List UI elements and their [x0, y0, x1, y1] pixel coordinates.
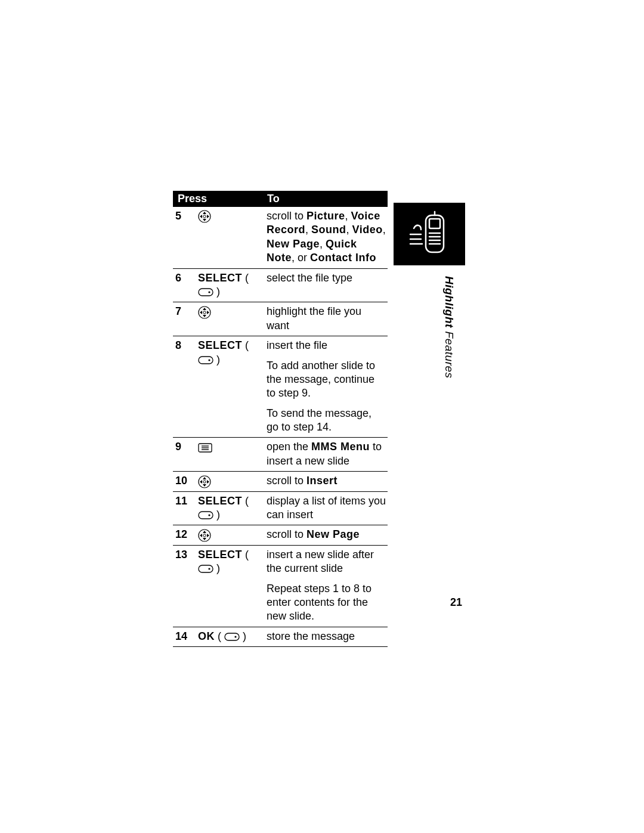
nav-key-icon — [198, 306, 211, 319]
section-label: Highlight Features — [442, 276, 456, 379]
svg-rect-20 — [225, 633, 239, 640]
header-to: To — [267, 193, 383, 205]
press-cell: OK ( ) — [196, 627, 264, 646]
svg-point-3 — [208, 292, 210, 293]
step-number: 6 — [173, 268, 196, 302]
svg-point-7 — [208, 359, 210, 361]
press-cell — [196, 302, 264, 336]
soft-key-icon — [198, 356, 213, 364]
svg-rect-18 — [199, 565, 213, 572]
soft-key-icon — [198, 288, 213, 296]
svg-point-15 — [208, 515, 210, 516]
soft-key-icon — [198, 511, 213, 519]
step-number: 13 — [173, 545, 196, 627]
step-number: 14 — [173, 627, 196, 646]
table-row: 6 SELECT ( ) select the file type — [173, 268, 388, 302]
press-cell: SELECT ( ) — [196, 336, 264, 438]
page-number: 21 — [450, 596, 462, 609]
svg-rect-6 — [199, 357, 213, 364]
press-cell: SELECT ( ) — [196, 545, 264, 627]
press-cell — [196, 438, 264, 472]
table-row: 5 scroll to Picture, Voice Record, Sound… — [173, 207, 388, 268]
nav-key-icon — [198, 475, 211, 488]
svg-point-5 — [203, 311, 206, 313]
to-cell: insert a new slide after the current sli… — [264, 545, 388, 627]
press-cell — [196, 472, 264, 491]
to-cell: insert the file To add another slide to … — [264, 336, 388, 438]
to-cell: scroll to New Page — [264, 525, 388, 545]
table-row: 13 SELECT ( ) insert a new slide after t… — [173, 545, 388, 627]
menu-key-icon — [198, 443, 212, 453]
table-row: 8 SELECT ( ) insert the file To add anot… — [173, 336, 388, 438]
table-row: 14 OK ( ) store the message — [173, 627, 388, 646]
press-cell — [196, 207, 264, 268]
svg-point-13 — [203, 480, 206, 482]
nav-key-icon — [198, 210, 211, 223]
svg-point-19 — [208, 568, 210, 570]
step-number: 7 — [173, 302, 196, 336]
table-row: 9 open the MMS Menu to insert a new slid… — [173, 438, 388, 472]
svg-rect-23 — [429, 219, 440, 228]
step-number: 5 — [173, 207, 196, 268]
table-header: Press To — [173, 191, 388, 207]
table-row: 11 SELECT ( ) display a list of items yo… — [173, 491, 388, 525]
to-cell: highlight the file you want — [264, 302, 388, 336]
to-cell: select the file type — [264, 268, 388, 302]
step-number: 12 — [173, 525, 196, 545]
press-cell: SELECT ( ) — [196, 491, 264, 525]
svg-point-17 — [203, 534, 206, 536]
soft-key-icon — [198, 565, 213, 573]
to-cell: open the MMS Menu to insert a new slide — [264, 438, 388, 472]
chapter-icon-box — [394, 203, 465, 265]
press-cell — [196, 525, 264, 545]
step-number: 8 — [173, 336, 196, 438]
press-cell: SELECT ( ) — [196, 268, 264, 302]
to-cell: store the message — [264, 627, 388, 646]
svg-rect-14 — [199, 512, 213, 519]
step-number: 11 — [173, 491, 196, 525]
to-cell: display a list of items you can insert — [264, 491, 388, 525]
table-row: 7 highlight the file you want — [173, 302, 388, 336]
table-row: 10 scroll to Insert — [173, 472, 388, 491]
steps-table: Press To 5 scroll to Picture, Voice Reco… — [173, 191, 388, 647]
svg-point-21 — [234, 636, 236, 637]
phone-icon — [405, 210, 453, 258]
side-tab: Highlight Features — [394, 203, 465, 379]
table-row: 12 scroll to New Page — [173, 525, 388, 545]
header-press: Press — [178, 193, 267, 205]
soft-key-icon — [224, 633, 240, 641]
step-number: 10 — [173, 472, 196, 491]
svg-rect-2 — [199, 289, 213, 296]
to-cell: scroll to Insert — [264, 472, 388, 491]
svg-point-1 — [203, 215, 206, 218]
step-number: 9 — [173, 438, 196, 472]
nav-key-icon — [198, 529, 211, 542]
to-cell: scroll to Picture, Voice Record, Sound, … — [264, 207, 388, 268]
